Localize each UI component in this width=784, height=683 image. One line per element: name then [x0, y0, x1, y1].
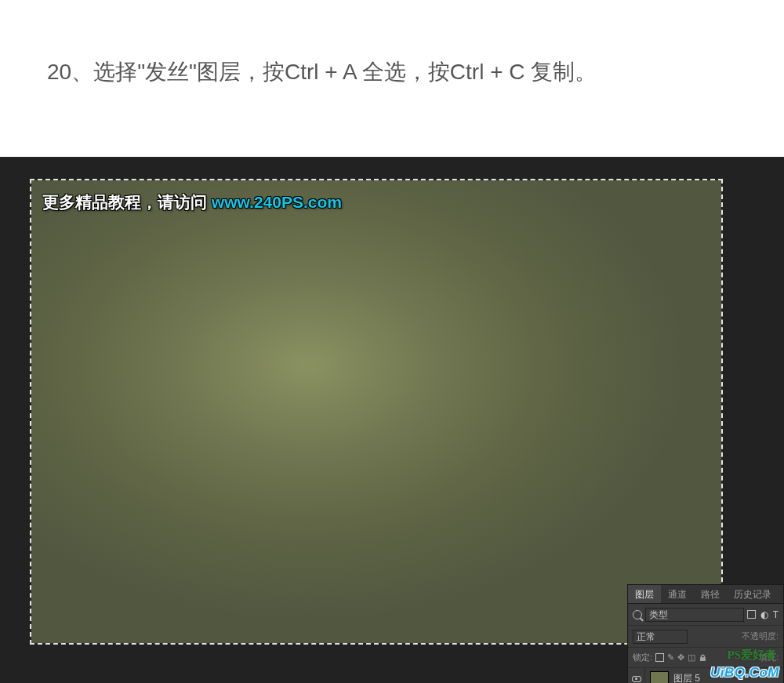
layer-filter-row: 类型 ◐ T: [628, 604, 783, 626]
tab-layers[interactable]: 图层: [628, 585, 661, 603]
panel-tab-bar: 图层 通道 路径 历史记录: [628, 585, 783, 604]
lock-icons-group: ✎ ✥ ◫ 🔒︎: [655, 652, 707, 663]
watermark-url: www.240PS.com: [212, 193, 342, 211]
tab-channels[interactable]: 通道: [661, 585, 694, 603]
lock-all-icon[interactable]: 🔒︎: [699, 653, 707, 663]
site-watermark: UiBQ.CoM: [710, 665, 779, 681]
layer-type-filter[interactable]: 类型: [645, 608, 744, 622]
lock-transparent-icon[interactable]: [655, 653, 664, 662]
watermark-prefix: 更多精品教程，请访问: [42, 193, 212, 211]
tutorial-step-text: 20、选择"发丝"图层，按Ctrl + A 全选，按Ctrl + C 复制。: [0, 0, 784, 114]
visibility-toggle-icon[interactable]: [632, 676, 641, 682]
filter-icons: ◐ T: [747, 609, 779, 620]
filter-type-icon[interactable]: T: [773, 609, 779, 620]
tab-history[interactable]: 历史记录: [727, 585, 779, 603]
photoshop-workspace: 更多精品教程，请访问 www.240PS.com 图层 通道 路径 历史记录 类…: [0, 157, 784, 683]
search-icon: [633, 610, 642, 619]
lock-brush-icon[interactable]: ✎: [667, 652, 674, 663]
opacity-label: 不透明度:: [742, 630, 779, 642]
lock-artboard-icon[interactable]: ◫: [688, 652, 695, 663]
filter-adjust-icon[interactable]: ◐: [760, 609, 768, 620]
layer-thumbnail[interactable]: [650, 671, 669, 684]
blend-mode-select[interactable]: 正常: [633, 630, 688, 644]
lock-label: 锁定:: [633, 652, 652, 663]
lock-move-icon[interactable]: ✥: [677, 652, 684, 663]
secondary-watermark: PS爱好者: [727, 648, 776, 663]
layer-name-label: 图层 5: [673, 672, 700, 683]
canvas-watermark: 更多精品教程，请访问 www.240PS.com: [42, 191, 342, 213]
blend-opacity-row: 正常 不透明度:: [628, 626, 783, 648]
tab-paths[interactable]: 路径: [694, 585, 727, 603]
document-canvas[interactable]: 更多精品教程，请访问 www.240PS.com: [31, 180, 721, 643]
filter-pixel-icon[interactable]: [747, 610, 756, 619]
